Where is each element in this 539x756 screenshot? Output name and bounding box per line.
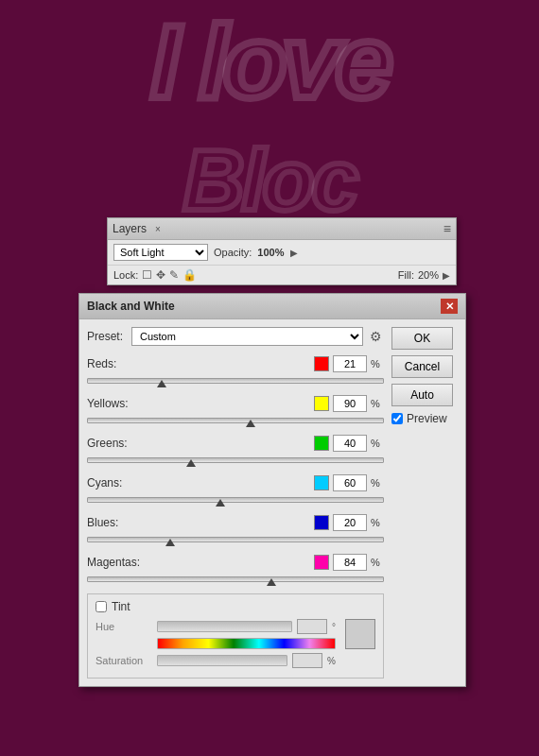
cancel-button[interactable]: Cancel [391,355,453,378]
magentas-pct: % [371,557,384,568]
tint-swatch-area [341,619,375,672]
layers-title: Layers [113,222,147,235]
lock-icon[interactable]: ☐ [142,268,152,282]
ok-button[interactable]: OK [391,327,453,350]
hue-value-input[interactable] [297,619,327,634]
opacity-label: Opacity: [214,247,252,258]
layers-close-icon[interactable]: × [155,224,161,234]
greens-pct: % [371,438,384,449]
reds-pct: % [371,358,384,369]
layers-panel: Layers × ≡ Soft Light Opacity: 100% ▶ Lo… [107,217,457,285]
yellows-value-input[interactable] [333,395,367,412]
yellows-pct: % [371,398,384,409]
bw-left-panel: Preset: Custom ⚙ Reds: % [87,327,384,679]
layers-titlebar: Layers × ≡ [108,218,456,240]
blues-value-input[interactable] [333,514,367,531]
saturation-pct: % [327,656,336,666]
reds-slider-row: Reds: % [87,355,384,387]
fill-arrow[interactable]: ▶ [443,270,450,281]
fill-value: 20% [418,269,439,281]
tint-header: Tint [96,600,375,613]
layers-controls: Soft Light Opacity: 100% ▶ [108,240,456,266]
bw-content: Preset: Custom ⚙ Reds: % [79,319,465,686]
cyans-color-box[interactable] [314,475,329,490]
greens-slider-top: Greens: % [87,435,384,452]
preset-options-button[interactable]: ⚙ [368,329,384,344]
preset-row: Preset: Custom ⚙ [87,327,384,346]
fill-section: Fill: 20% ▶ [398,269,450,281]
preview-label: Preview [407,412,447,425]
greens-color-box[interactable] [314,436,329,451]
cyans-label: Cyans: [87,476,148,490]
cyans-value-input[interactable] [333,474,367,491]
candy-text-line2: Bloc [0,132,539,230]
yellows-slider-top: Yellows: % [87,395,384,412]
hue-rainbow-row [96,638,336,649]
hue-row: Hue ° [96,619,336,634]
hue-label: Hue [96,621,152,632]
paint-icon[interactable]: ✎ [169,268,179,282]
layers-lock-row: Lock: ☐ ✥ ✎ 🔒 Fill: 20% ▶ [108,266,456,284]
blues-slider-track[interactable] [87,533,384,546]
reds-label: Reds: [87,357,148,370]
sliders-container: Reds: % Yellows: [87,355,384,586]
layers-menu-icon[interactable]: ≡ [443,221,451,236]
preset-select[interactable]: Custom [131,327,363,346]
magentas-color-box[interactable] [314,555,329,570]
reds-color-box[interactable] [314,356,329,371]
hue-degree: ° [332,622,336,632]
yellows-slider-track[interactable] [87,414,384,427]
opacity-arrow[interactable]: ▶ [290,248,298,258]
hue-slider[interactable] [157,621,292,632]
blues-slider-top: Blues: % [87,514,384,531]
yellows-label: Yellows: [87,397,148,410]
move-icon[interactable]: ✥ [156,268,165,282]
magentas-slider-track[interactable] [87,573,384,586]
blues-pct: % [371,517,384,528]
reds-slider-top: Reds: % [87,355,384,372]
magentas-slider-row: Magentas: % [87,554,384,586]
greens-label: Greens: [87,437,148,450]
cyans-slider-top: Cyans: % [87,474,384,491]
candy-text-line1: I love [0,9,539,113]
saturation-label: Saturation [96,655,152,666]
magentas-slider-top: Magentas: % [87,554,384,571]
bw-titlebar: Black and White ✕ [79,294,465,319]
tint-checkbox[interactable] [96,601,107,612]
tint-section: Tint Hue ° [87,593,384,679]
yellows-color-box[interactable] [314,396,329,411]
bw-right-panel: OK Cancel Auto Preview [391,327,458,679]
saturation-slider[interactable] [157,655,287,666]
magentas-label: Magentas: [87,556,148,569]
auto-button[interactable]: Auto [391,384,453,406]
opacity-value: 100% [257,247,284,258]
fill-label: Fill: [398,269,414,281]
layers-title-left: Layers × [113,222,161,235]
greens-value-input[interactable] [333,435,367,452]
cyans-slider-track[interactable] [87,493,384,507]
cyans-pct: % [371,477,384,489]
magentas-value-input[interactable] [333,554,367,571]
bw-dialog-title: Black and White [87,300,175,313]
lock-label: Lock: [113,269,138,281]
lock2-icon[interactable]: 🔒 [183,268,197,282]
preset-label: Preset: [87,330,127,343]
tint-label: Tint [112,600,130,613]
yellows-slider-row: Yellows: % [87,395,384,427]
reds-slider-track[interactable] [87,374,384,387]
preview-row: Preview [391,412,458,425]
blend-mode-select[interactable]: Soft Light [113,244,208,261]
tint-swatch[interactable] [345,619,375,649]
greens-slider-track[interactable] [87,454,384,467]
blues-slider-row: Blues: % [87,514,384,546]
bw-dialog: Black and White ✕ Preset: Custom ⚙ Reds: [78,293,466,687]
saturation-value-input[interactable] [292,653,322,668]
reds-value-input[interactable] [333,355,367,372]
saturation-row: Saturation % [96,653,336,668]
greens-slider-row: Greens: % [87,435,384,467]
preview-checkbox[interactable] [391,413,403,424]
cyans-slider-row: Cyans: % [87,474,384,507]
blues-color-box[interactable] [314,515,329,530]
hue-rainbow-slider[interactable] [157,638,336,649]
bw-close-button[interactable]: ✕ [441,299,458,314]
